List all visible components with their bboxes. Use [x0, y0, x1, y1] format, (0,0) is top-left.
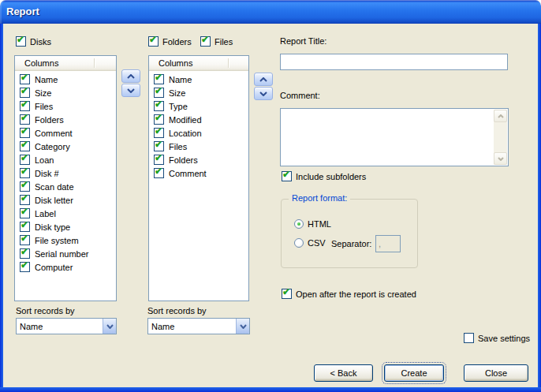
folders-checkbox[interactable]: [148, 36, 159, 47]
list-item[interactable]: Size: [149, 86, 248, 99]
list-item[interactable]: Modified: [149, 113, 248, 126]
disks-label: Disks: [30, 37, 51, 47]
include-subfolders-checkbox[interactable]: [282, 171, 292, 181]
list-item[interactable]: Loan: [15, 153, 116, 166]
close-button[interactable]: Close: [464, 364, 528, 382]
list-item[interactable]: Folders: [15, 113, 116, 126]
disks-checkbox[interactable]: [16, 36, 26, 47]
list-item[interactable]: Name: [149, 73, 248, 86]
list-item[interactable]: Files: [149, 140, 248, 153]
files-checkbox[interactable]: [200, 36, 211, 47]
include-subfolders-label: Include subfolders: [296, 172, 366, 181]
column-checkbox[interactable]: [20, 101, 30, 111]
comment-textarea[interactable]: [282, 110, 494, 165]
combo-drop-button[interactable]: [236, 319, 249, 334]
disks-move-down-button[interactable]: [121, 84, 140, 97]
column-checkbox[interactable]: [20, 155, 30, 165]
scroll-down-button[interactable]: [494, 152, 507, 165]
comment-scrollbar[interactable]: [494, 110, 507, 165]
column-checkbox[interactable]: [154, 155, 164, 165]
column-checkbox[interactable]: [20, 222, 30, 232]
separator-label: Separator:: [331, 239, 371, 248]
folders-columns-header[interactable]: Columns: [149, 56, 248, 71]
column-checkbox[interactable]: [20, 114, 30, 125]
separator-input[interactable]: [375, 235, 401, 252]
report-title-input[interactable]: [280, 54, 508, 70]
open-after-label: Open after the report is created: [296, 289, 416, 299]
titlebar[interactable]: Report: [0, 0, 541, 24]
column-checkbox[interactable]: [20, 168, 30, 178]
create-button[interactable]: Create: [384, 364, 444, 382]
list-item[interactable]: Disk type: [15, 220, 116, 233]
column-checkbox[interactable]: [20, 262, 30, 272]
list-item[interactable]: Category: [15, 140, 116, 153]
combo-drop-button[interactable]: [103, 319, 116, 334]
chevron-up-icon: [259, 77, 267, 82]
folders-label: Folders: [162, 37, 192, 47]
column-checkbox[interactable]: [154, 128, 164, 138]
folders-columns-list[interactable]: Columns Name Size Type Modified Location…: [148, 55, 249, 301]
sort-left-combobox[interactable]: Name: [16, 318, 117, 334]
csv-radio[interactable]: [294, 238, 304, 248]
back-button[interactable]: < Back: [314, 364, 373, 382]
column-checkbox[interactable]: [20, 235, 30, 245]
list-item[interactable]: Location: [149, 126, 248, 140]
list-item[interactable]: Comment: [149, 166, 248, 180]
list-item[interactable]: Comment: [15, 126, 116, 140]
column-checkbox[interactable]: [20, 248, 30, 259]
column-checkbox[interactable]: [20, 88, 30, 98]
list-item[interactable]: Type: [149, 99, 248, 113]
list-item[interactable]: Files: [15, 99, 116, 113]
list-item[interactable]: Disk #: [15, 166, 116, 180]
column-checkbox[interactable]: [154, 168, 164, 178]
folders-move-down-button[interactable]: [254, 87, 273, 100]
report-format-caption: Report format:: [289, 193, 350, 203]
column-checkbox[interactable]: [154, 101, 164, 111]
folders-move-up-button[interactable]: [254, 73, 273, 86]
disks-columns-list[interactable]: Columns Name Size Files Folders Comment …: [14, 55, 117, 301]
column-checkbox[interactable]: [154, 88, 164, 98]
column-checkbox[interactable]: [20, 128, 30, 138]
column-checkbox[interactable]: [154, 114, 164, 125]
column-label: Size: [169, 88, 185, 98]
report-dialog: Report Disks Folders Files Columns Name …: [0, 0, 541, 392]
open-after-row[interactable]: Open after the report is created: [282, 288, 416, 300]
list-item[interactable]: Computer: [15, 260, 116, 274]
column-checkbox[interactable]: [20, 208, 30, 218]
disks-checkbox-row[interactable]: Disks: [16, 35, 51, 47]
disks-move-up-button[interactable]: [121, 69, 140, 83]
files-checkbox-row[interactable]: Files: [200, 35, 233, 47]
column-checkbox[interactable]: [20, 74, 30, 84]
sort-right-combobox[interactable]: Name: [147, 318, 250, 334]
html-radio[interactable]: [294, 219, 304, 229]
column-label: Comment: [35, 129, 73, 138]
chevron-down-icon: [240, 324, 247, 329]
html-radio-row[interactable]: HTML: [294, 218, 331, 230]
list-item[interactable]: Disk letter: [15, 193, 116, 207]
column-label: Location: [169, 129, 202, 138]
save-settings-checkbox[interactable]: [464, 333, 474, 343]
list-item[interactable]: Scan date: [15, 180, 116, 193]
list-item[interactable]: File system: [15, 233, 116, 247]
chevron-down-icon: [127, 88, 135, 93]
list-item[interactable]: Name: [15, 73, 116, 86]
scroll-up-button[interactable]: [494, 110, 507, 122]
window-border-right: [538, 24, 541, 392]
column-checkbox[interactable]: [154, 74, 164, 84]
folders-columns-header-label: Columns: [159, 58, 192, 68]
disks-columns-header[interactable]: Columns: [15, 56, 116, 71]
list-item[interactable]: Folders: [149, 153, 248, 166]
list-item[interactable]: Size: [15, 86, 116, 99]
open-after-checkbox[interactable]: [282, 289, 292, 299]
csv-radio-row[interactable]: CSV: [294, 237, 326, 248]
include-subfolders-row[interactable]: Include subfolders: [282, 170, 366, 182]
list-item[interactable]: Serial number: [15, 247, 116, 260]
comment-field[interactable]: [280, 108, 509, 166]
save-settings-row[interactable]: Save settings: [464, 332, 530, 344]
column-checkbox[interactable]: [154, 141, 164, 151]
column-checkbox[interactable]: [20, 141, 30, 151]
column-checkbox[interactable]: [20, 181, 30, 192]
list-item[interactable]: Label: [15, 207, 116, 220]
column-checkbox[interactable]: [20, 195, 30, 205]
folders-checkbox-row[interactable]: Folders: [148, 35, 192, 47]
